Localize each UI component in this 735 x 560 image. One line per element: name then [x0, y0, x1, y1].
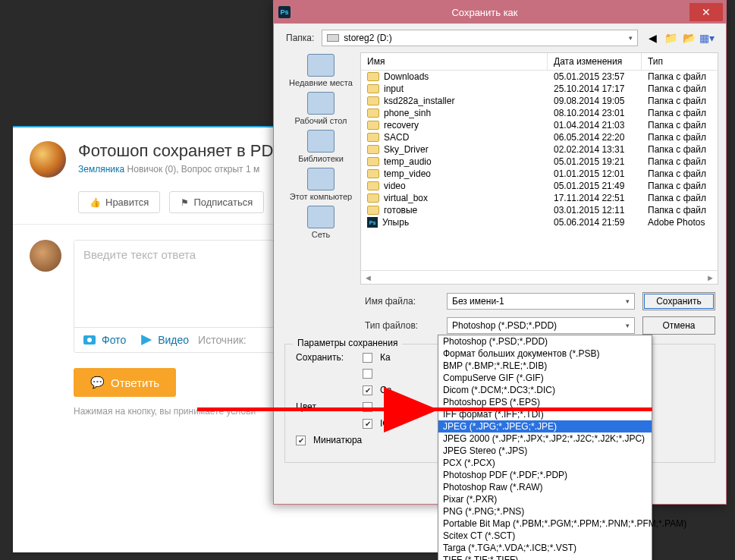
- filetype-option[interactable]: JPEG 2000 (*.JPF;*.JPX;*.JP2;*.J2C;*.J2K…: [438, 433, 652, 445]
- filetype-option[interactable]: JPEG Stereo (*.JPS): [438, 445, 652, 457]
- file-row[interactable]: virtual_box17.11.2014 22:51Папка с файл: [361, 192, 718, 204]
- checkbox[interactable]: ✔: [363, 419, 372, 429]
- checkbox[interactable]: [363, 353, 372, 363]
- file-row[interactable]: phone_sinh08.10.2014 23:01Папка с файл: [361, 107, 718, 119]
- post-title: Фотошоп сохраняет в PD: [78, 141, 273, 161]
- speech-icon: 💬: [90, 376, 105, 389]
- filetype-option[interactable]: Targa (*.TGA;*.VDA;*.ICB;*.VST): [438, 542, 652, 554]
- col-date[interactable]: Дата изменения: [548, 53, 642, 70]
- thumbnail-label: Миниатюра: [313, 435, 362, 445]
- filetype-option[interactable]: CompuServe GIF (*.GIF): [438, 372, 652, 384]
- file-row[interactable]: ksd282a_installer09.08.2014 19:05Папка с…: [361, 95, 718, 107]
- filetype-option[interactable]: Photoshop Raw (*.RAW): [438, 481, 652, 493]
- filetype-option[interactable]: Формат больших документов (*.PSB): [438, 348, 652, 360]
- folder-icon: [367, 133, 379, 142]
- file-row[interactable]: Downloads05.01.2015 23:57Папка с файл: [361, 71, 718, 83]
- photoshop-icon: Ps: [278, 6, 291, 18]
- folder-icon: [367, 84, 379, 93]
- col-name[interactable]: Имя: [361, 53, 548, 70]
- psd-file-icon: Ps: [367, 217, 378, 228]
- filename-field[interactable]: Без имени-1▾: [447, 293, 635, 310]
- folder-icon: [367, 145, 379, 154]
- file-row[interactable]: temp_video01.01.2015 12:01Папка с файл: [361, 168, 718, 180]
- file-list-header[interactable]: Имя Дата изменения Тип: [361, 53, 718, 71]
- place-desktop[interactable]: Рабочий стол: [287, 92, 355, 125]
- file-row[interactable]: Sky_Driver02.02.2014 13:31Папка с файл: [361, 143, 718, 156]
- folder-icon: [367, 169, 379, 178]
- folder-icon: [367, 181, 379, 190]
- filetype-option[interactable]: Portable Bit Map (*.PBM;*.PGM;*.PPM;*.PN…: [438, 518, 652, 530]
- params-title: Параметры сохранения: [293, 338, 402, 348]
- col-type[interactable]: Тип: [642, 53, 718, 70]
- filetype-option[interactable]: BMP (*.BMP;*.RLE;*.DIB): [438, 360, 652, 372]
- like-button[interactable]: 👍Нравится: [78, 191, 160, 213]
- folder-icon: [367, 96, 379, 105]
- avatar: [30, 240, 61, 272]
- flag-icon: ⚑: [181, 197, 189, 208]
- avatar: [30, 141, 66, 178]
- filename-label: Имя файла:: [365, 296, 439, 307]
- scroll-right-icon[interactable]: ►: [706, 273, 715, 282]
- chevron-down-icon: ▾: [626, 297, 630, 305]
- post-author[interactable]: Земляника: [78, 164, 124, 175]
- place-network[interactable]: Сеть: [287, 206, 355, 239]
- places-bar: Недавние места Рабочий стол Библиотеки Э…: [281, 52, 360, 285]
- thumbnail-checkbox[interactable]: ✔: [296, 436, 306, 445]
- back-icon[interactable]: ◀: [645, 31, 659, 45]
- file-list: Имя Дата изменения Тип Downloads05.01.20…: [360, 52, 718, 285]
- folder-icon: [367, 109, 379, 118]
- place-libraries[interactable]: Библиотеки: [287, 130, 355, 163]
- filetype-dropdown[interactable]: Photoshop (*.PSD;*.PDD)▾: [447, 317, 635, 334]
- video-icon: [141, 335, 152, 345]
- filetype-dropdown-list[interactable]: Photoshop (*.PSD;*.PDD)Формат больших до…: [438, 335, 652, 560]
- up-icon[interactable]: 📁: [664, 31, 677, 45]
- filetype-option[interactable]: JPEG (*.JPG;*.JPEG;*.JPE): [438, 420, 652, 433]
- new-folder-icon[interactable]: 📂: [682, 31, 696, 45]
- folder-icon: [367, 206, 379, 215]
- views-icon[interactable]: ▦▾: [700, 31, 714, 45]
- subscribe-button[interactable]: ⚑Подписаться: [169, 191, 264, 213]
- filetype-option[interactable]: Photoshop (*.PSD;*.PDD): [438, 335, 652, 348]
- file-row[interactable]: temp_audio05.01.2015 19:21Папка с файл: [361, 156, 718, 168]
- close-button[interactable]: ✕: [689, 3, 723, 21]
- folder-icon: [367, 121, 379, 130]
- post-meta: Земляника Новичок (0), Вопрос открыт 1 м: [78, 164, 273, 175]
- folder-icon: [367, 193, 379, 203]
- filetype-option[interactable]: PCX (*.PCX): [438, 457, 652, 469]
- filetype-option[interactable]: Scitex CT (*.SCT): [438, 530, 652, 542]
- filetype-option[interactable]: Dicom (*.DCM;*.DC3;*.DIC): [438, 384, 652, 396]
- folder-dropdown[interactable]: storeg2 (D:) ▾: [322, 30, 638, 46]
- titlebar[interactable]: Ps Сохранить как ✕: [274, 1, 726, 24]
- checkbox[interactable]: [363, 369, 372, 379]
- thumbs-up-icon: 👍: [90, 197, 101, 208]
- file-row[interactable]: recovery01.04.2014 21:03Папка с файл: [361, 119, 718, 131]
- dialog-title: Сохранить как: [295, 7, 689, 18]
- file-row[interactable]: готовые03.01.2015 12:11Папка с файл: [361, 204, 718, 216]
- horizontal-scrollbar[interactable]: ◄ ►: [361, 270, 718, 284]
- file-row[interactable]: video05.01.2015 21:49Папка с файл: [361, 180, 718, 192]
- save-button[interactable]: Сохранить: [642, 292, 715, 310]
- folder-icon: [367, 72, 379, 81]
- file-row[interactable]: SACD06.05.2014 22:20Папка с файл: [361, 131, 718, 143]
- file-row[interactable]: PsУпырь05.06.2014 21:59Adobe Photos: [361, 216, 718, 228]
- filetype-option[interactable]: Pixar (*.PXR): [438, 493, 652, 505]
- annotation-arrow-head: [384, 387, 438, 433]
- filetype-option[interactable]: TIFF (*.TIF;*.TIFF): [438, 554, 652, 560]
- drive-icon: [327, 34, 339, 42]
- filetype-option[interactable]: Photoshop PDF (*.PDF;*.PDP): [438, 469, 652, 481]
- attach-video-button[interactable]: Видео: [158, 334, 189, 346]
- scroll-left-icon[interactable]: ◄: [364, 273, 372, 282]
- save-param-label: Сохранить:: [296, 352, 355, 363]
- cancel-button[interactable]: Отмена: [642, 316, 715, 335]
- checkbox[interactable]: ✔: [363, 385, 372, 395]
- file-row[interactable]: input25.10.2014 17:17Папка с файл: [361, 83, 718, 95]
- place-computer[interactable]: Этот компьютер: [287, 168, 355, 201]
- filetype-option[interactable]: Photoshop EPS (*.EPS): [438, 396, 652, 408]
- filetype-option[interactable]: PNG (*.PNG;*.PNS): [438, 505, 652, 518]
- place-recent[interactable]: Недавние места: [287, 54, 355, 87]
- submit-button[interactable]: 💬Ответить: [74, 368, 176, 397]
- chevron-down-icon: ▾: [626, 322, 630, 329]
- source-label: Источник:: [198, 334, 247, 346]
- attach-photo-button[interactable]: Фото: [102, 334, 126, 346]
- folder-label: Папка:: [286, 33, 314, 43]
